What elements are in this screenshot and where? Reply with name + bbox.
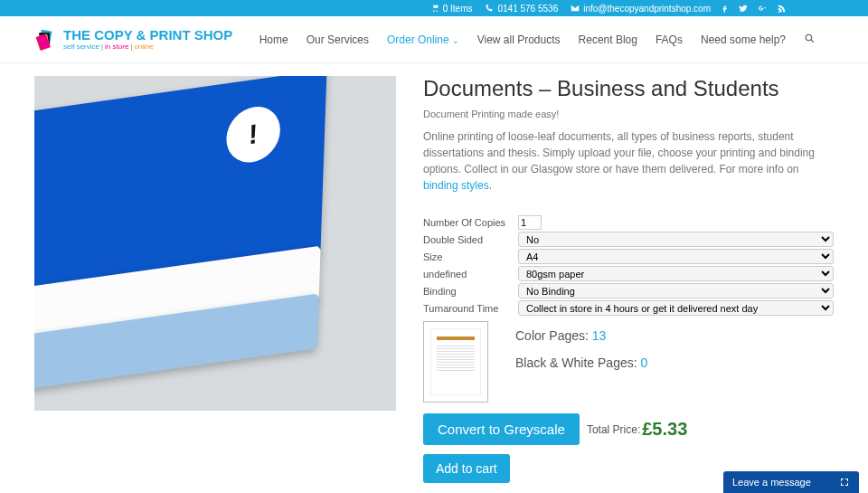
size-select[interactable]: A4 — [518, 249, 834, 264]
phone-text: 0141 576 5536 — [497, 4, 558, 14]
chat-widget[interactable]: Leave a message — [723, 471, 859, 493]
email-icon — [571, 4, 580, 13]
size-label: Size — [423, 251, 518, 262]
cart-link[interactable]: 0 Items — [430, 4, 473, 14]
color-pages-value: 13 — [592, 328, 607, 343]
facebook-icon — [720, 4, 730, 14]
chat-label: Leave a message — [732, 477, 811, 488]
phone-icon — [485, 4, 494, 13]
nav-blog[interactable]: Recent Blog — [579, 33, 637, 46]
binding-select[interactable]: No Binding — [518, 283, 834, 299]
nav-help[interactable]: Need some help? — [701, 33, 786, 46]
svg-point-4 — [806, 34, 812, 41]
nav-products[interactable]: View all Products — [477, 33, 561, 46]
paper-select[interactable]: 80gsm paper — [518, 266, 834, 281]
turnaround-label: Turnaround Time — [423, 303, 518, 314]
document-preview[interactable] — [423, 321, 488, 403]
bw-pages-row: Black & White Pages: 0 — [515, 356, 647, 370]
logo[interactable]: THE COPY & PRINT SHOP self service|in st… — [34, 28, 232, 52]
search-button[interactable] — [804, 33, 816, 47]
bw-pages-value: 0 — [641, 356, 648, 370]
search-icon — [804, 33, 816, 44]
facebook-link[interactable] — [720, 4, 730, 14]
chevron-down-icon: ⌄ — [452, 36, 459, 45]
expand-icon — [839, 477, 850, 488]
binding-styles-link[interactable]: binding styles — [423, 179, 489, 192]
logo-subtitle: self service|in store|online — [63, 43, 232, 51]
rss-link[interactable] — [777, 4, 787, 14]
copies-label: Number Of Copies — [423, 217, 518, 228]
product-tagline: Document Printing made easy! — [423, 109, 834, 119]
email-link[interactable]: info@thecopyandprintshop.com — [571, 4, 711, 14]
total-price-label: Total Price: — [587, 423, 640, 436]
svg-line-5 — [811, 40, 814, 43]
convert-greyscale-button[interactable]: Convert to Greyscale — [423, 413, 580, 445]
twitter-icon — [739, 4, 749, 14]
double-sided-label: Double Sided — [423, 234, 518, 245]
cart-icon — [430, 4, 439, 13]
nav-home[interactable]: Home — [259, 33, 288, 46]
paper-label: undefined — [423, 269, 518, 280]
total-price-value: £5.33 — [642, 419, 687, 440]
copies-input[interactable] — [518, 215, 542, 230]
phone-link[interactable]: 0141 576 5536 — [485, 4, 558, 14]
binding-label: Binding — [423, 286, 518, 297]
color-pages-row: Color Pages: 13 — [515, 328, 647, 343]
logo-icon — [34, 28, 58, 52]
product-title: Documents – Business and Students — [423, 76, 834, 101]
product-image — [34, 76, 396, 411]
google-plus-link[interactable] — [758, 4, 768, 14]
rss-icon — [777, 4, 787, 14]
turnaround-select[interactable]: Collect in store in 4 hours or get it de… — [518, 300, 834, 316]
double-sided-select[interactable]: No — [518, 232, 834, 247]
logo-title: THE COPY & PRINT SHOP — [63, 28, 232, 42]
nav-services[interactable]: Our Services — [307, 33, 369, 46]
nav-order-online[interactable]: Order Online⌄ — [387, 33, 459, 46]
email-text: info@thecopyandprintshop.com — [583, 4, 711, 14]
google-plus-icon — [758, 4, 768, 14]
add-to-cart-button[interactable]: Add to cart — [423, 454, 510, 483]
cart-text: 0 Items — [443, 4, 473, 14]
twitter-link[interactable] — [739, 4, 749, 14]
nav-faqs[interactable]: FAQs — [656, 33, 683, 46]
product-description: Online printing of loose-leaf documents,… — [423, 128, 834, 194]
